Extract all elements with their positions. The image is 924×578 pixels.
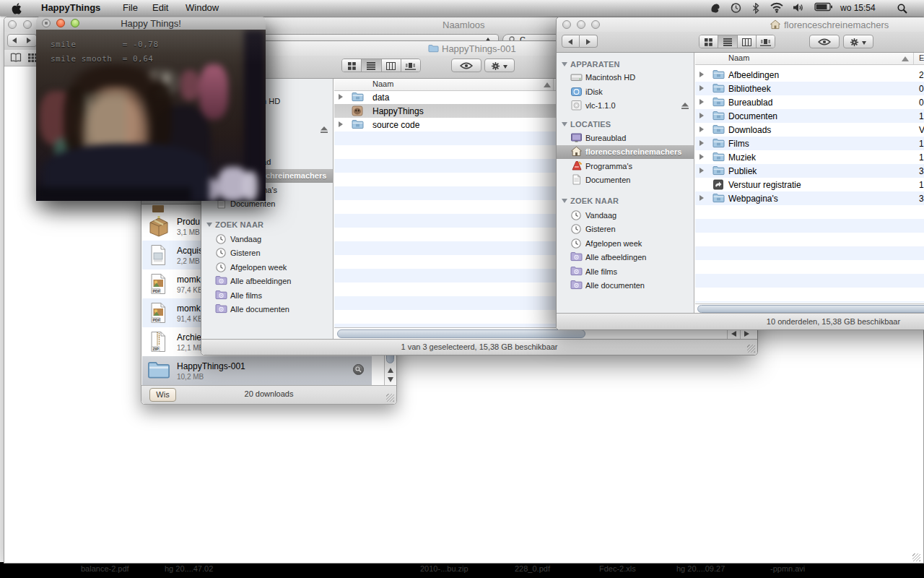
disclosure-triangle-icon[interactable] (699, 113, 704, 118)
column-view-button[interactable] (382, 59, 401, 72)
coverflow-view-button[interactable] (757, 35, 775, 48)
icon-view-button[interactable] (342, 59, 362, 72)
disclosure-triangle-icon[interactable] (562, 122, 567, 126)
eject-icon[interactable] (320, 126, 328, 134)
close-button[interactable] (8, 20, 17, 29)
menu-window[interactable]: Window (186, 2, 219, 14)
sidebar-item-vandaag[interactable]: Vandaag (201, 233, 333, 246)
scroll-left-arrow[interactable] (731, 331, 736, 337)
downloads-resize-grip[interactable] (386, 394, 394, 402)
battery-icon[interactable] (814, 2, 832, 14)
coverflow-view-button[interactable] (401, 59, 420, 72)
disclosure-triangle-icon[interactable] (562, 62, 567, 66)
sidebar-section-places[interactable]: LOCATIES (557, 119, 694, 129)
apple-menu-icon[interactable] (12, 3, 22, 14)
sidebar-item-documenten[interactable]: Documenten (557, 173, 694, 187)
disclosure-triangle-icon[interactable] (699, 126, 704, 132)
time-machine-icon[interactable] (730, 2, 742, 14)
disclosure-triangle-icon[interactable] (699, 72, 704, 77)
eject-icon[interactable] (681, 102, 689, 110)
disclosure-triangle-icon[interactable] (699, 140, 704, 146)
disclosure-triangle-icon[interactable] (699, 85, 704, 91)
file-row-verstuur-registratie[interactable]: Verstuur registratie1 (695, 178, 924, 191)
disclosure-triangle-icon[interactable] (339, 121, 343, 127)
sidebar-item-idisk[interactable]: iDisk (557, 85, 694, 99)
quick-look-button[interactable] (451, 59, 481, 72)
back-button[interactable] (562, 35, 580, 48)
menu-clock[interactable]: wo 15:54 (840, 2, 876, 14)
menu-app-name[interactable]: HappyThings (41, 2, 100, 14)
desktop-file-label[interactable]: hg 20....47.02 (165, 564, 213, 573)
wifi-icon[interactable] (770, 2, 784, 14)
column-view-button[interactable] (738, 35, 757, 48)
sidebar-item-alle-afbeeldingen[interactable]: Alle afbeeldingen (201, 275, 333, 288)
desktop-file-label[interactable]: hg 20....09.27 (676, 564, 725, 573)
desktop-file-label[interactable]: Fdec-2.xls (599, 564, 636, 573)
menu-edit[interactable]: Edit (152, 2, 168, 14)
scroll-up-arrow[interactable] (388, 368, 393, 373)
disclosure-triangle-icon[interactable] (562, 199, 567, 203)
file-row-webpagina-s[interactable]: Webpagina's3 (695, 191, 924, 205)
action-button[interactable] (484, 59, 515, 72)
sidebar-item-alle-afbeeldingen[interactable]: Alle afbeeldingen (557, 251, 694, 264)
bookmarks-icon[interactable] (10, 53, 22, 63)
disclosure-triangle-icon[interactable] (339, 94, 343, 100)
file-row-afbeeldingen[interactable]: Afbeeldingen2 (695, 68, 924, 82)
proxy-folder-icon[interactable] (428, 44, 439, 53)
sidebar-item-bureaublad[interactable]: Bureaublad (557, 131, 694, 145)
scrollbar-thumb[interactable] (697, 305, 924, 313)
close-button[interactable] (562, 20, 571, 29)
column-header[interactable]: Naam E (695, 52, 924, 65)
sidebar-section-devices[interactable]: APPARATEN (557, 59, 694, 69)
menu-file[interactable]: File (123, 2, 138, 14)
reveal-in-finder-button[interactable] (353, 364, 364, 375)
spotlight-icon[interactable] (897, 3, 907, 14)
sidebar-item-macintosh-hd[interactable]: Macintosh HD (557, 71, 694, 85)
scroll-down-arrow[interactable] (388, 377, 393, 382)
sidebar-section-search[interactable]: ZOEK NAAR (557, 196, 694, 206)
file-row-downloads[interactable]: DownloadsV (695, 123, 924, 137)
sidebar-item-vlc-1-1-0[interactable]: vlc-1.1.0 (557, 99, 694, 113)
action-button[interactable] (843, 35, 873, 48)
file-row-publiek[interactable]: Publiek3 (695, 164, 924, 178)
sidebar-item-afgelopen-week[interactable]: Afgelopen week (557, 237, 694, 251)
volume-icon[interactable] (793, 2, 804, 14)
disclosure-triangle-icon[interactable] (699, 195, 704, 201)
file-row-films[interactable]: Films1 (695, 137, 924, 150)
zoom-button[interactable] (591, 20, 600, 29)
disclosure-triangle-icon[interactable] (699, 154, 704, 160)
disclosure-triangle-icon[interactable] (699, 99, 704, 105)
icon-view-button[interactable] (699, 35, 718, 48)
input-source-icon[interactable] (710, 2, 721, 14)
disclosure-triangle-icon[interactable] (699, 168, 704, 173)
desktop-file-label[interactable]: -ppmn.avi (770, 564, 805, 573)
sidebar-section-search[interactable]: ZOEK NAAR (201, 220, 333, 230)
desktop-file-label[interactable]: 2010-...bu.zip (420, 564, 468, 573)
sidebar-item-gisteren[interactable]: Gisteren (557, 223, 694, 236)
file-row-documenten[interactable]: Documenten1 (695, 109, 924, 123)
back-button[interactable] (7, 34, 23, 47)
sidebar-item-programma-s[interactable]: Programma's (557, 160, 694, 173)
sidebar-item-alle-films[interactable]: Alle films (557, 265, 694, 279)
file-row-muziek[interactable]: Muziek1 (695, 150, 924, 164)
finder-resize-grip[interactable] (747, 345, 755, 353)
sidebar-item-alle-films[interactable]: Alle films (201, 289, 333, 303)
forward-button[interactable] (22, 34, 37, 47)
disclosure-triangle-icon[interactable] (206, 223, 212, 227)
sidebar-item-vandaag[interactable]: Vandaag (557, 209, 694, 223)
proxy-home-icon[interactable] (770, 20, 780, 30)
browser-resize-grip[interactable] (912, 553, 920, 561)
minimize-button[interactable] (23, 20, 32, 29)
forward-button[interactable] (580, 35, 598, 48)
sidebar-item-alle-documenten[interactable]: Alle documenten (557, 279, 694, 293)
desktop-file-label[interactable]: 228_0.pdf (515, 564, 550, 573)
file-row-bureaublad[interactable]: Bureaublad0 (695, 95, 924, 109)
download-item-happythings-001[interactable]: HappyThings-00110,2 MB (142, 356, 372, 385)
quick-look-button[interactable] (809, 35, 840, 48)
minimize-button[interactable] (577, 20, 585, 29)
bluetooth-icon[interactable] (752, 2, 759, 14)
list-view-button[interactable] (362, 59, 381, 72)
sidebar-item-florenceschreinemachers[interactable]: florenceschreinemachers (557, 145, 694, 159)
scroll-right-arrow[interactable] (744, 331, 749, 337)
file-row-bibliotheek[interactable]: Bibliotheek0 (695, 82, 924, 95)
